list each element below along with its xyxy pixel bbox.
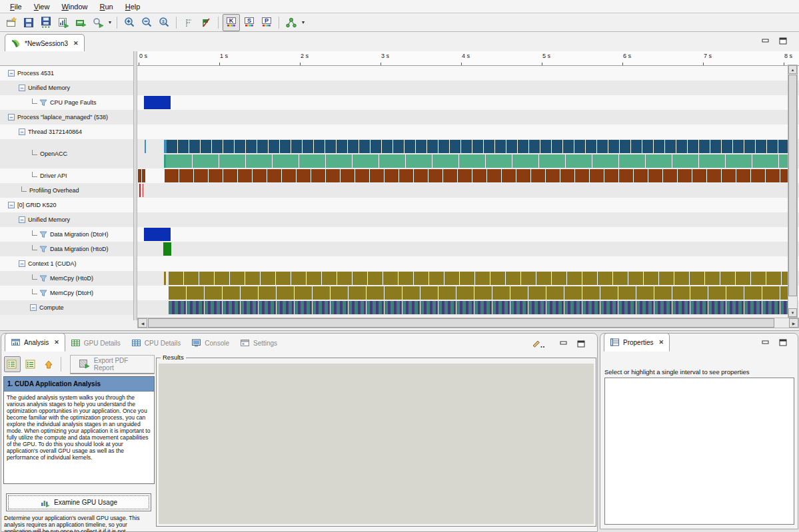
- save-all-icon[interactable]: [38, 15, 54, 31]
- tree-row-profiling-overhead[interactable]: Profiling Overhead: [0, 183, 133, 198]
- minimize-icon[interactable]: [560, 340, 568, 347]
- tab-console[interactable]: Console: [186, 334, 235, 352]
- menu-run[interactable]: Run: [94, 1, 119, 12]
- menu-help[interactable]: Help: [119, 1, 147, 12]
- horizontal-scroll-thumb[interactable]: [148, 318, 774, 328]
- unguided-analysis-icon[interactable]: [23, 357, 39, 372]
- tree-row-data-migration-dtoh[interactable]: Data Migration (DtoH): [0, 227, 133, 242]
- tree-row-unified-memory[interactable]: −Unified Memory: [0, 81, 133, 95]
- tree-row-memcpy-htod[interactable]: MemCpy (HtoD): [0, 271, 133, 286]
- maximize-icon[interactable]: [577, 340, 585, 348]
- timeline-interval[interactable]: [138, 169, 141, 182]
- collapse-toggle[interactable]: −: [30, 304, 37, 311]
- zoom-in-icon[interactable]: [121, 15, 137, 31]
- collapse-toggle[interactable]: −: [19, 260, 25, 267]
- tab-settings[interactable]: Settings: [235, 334, 283, 352]
- timeline-interval[interactable]: [163, 242, 171, 256]
- timeline-interval[interactable]: [139, 184, 141, 197]
- filter-icon[interactable]: [39, 99, 47, 107]
- scroll-left-icon[interactable]: ◀: [138, 318, 147, 328]
- filter-icon[interactable]: [39, 275, 47, 282]
- scroll-right-icon[interactable]: ▶: [789, 318, 798, 328]
- toolbar-separator: [279, 17, 279, 29]
- minimize-icon[interactable]: [762, 38, 770, 45]
- collapse-toggle[interactable]: −: [19, 85, 25, 91]
- scroll-down-icon[interactable]: ▼: [788, 308, 797, 317]
- tree-row-data-migration-htod[interactable]: Data Migration (HtoD): [0, 242, 133, 256]
- timeline-interval[interactable]: [144, 228, 171, 241]
- tree-row-openacc[interactable]: OpenACC: [0, 139, 133, 168]
- dropdown-arrow-icon[interactable]: ▼: [107, 20, 113, 25]
- filter-icon[interactable]: [39, 231, 47, 238]
- stream-mode-icon[interactable]: S: [241, 15, 257, 31]
- menu-file[interactable]: File: [4, 1, 28, 12]
- analysis-icon[interactable]: [283, 15, 299, 31]
- scroll-up-icon[interactable]: ▲: [788, 65, 797, 74]
- examine-gpu-usage-button[interactable]: Examine GPU Usage: [6, 493, 151, 511]
- dropdown-arrow-icon[interactable]: ▼: [300, 20, 307, 25]
- vertical-scrollbar[interactable]: ▲ ▼: [788, 65, 798, 318]
- prev-marker-icon[interactable]: [181, 15, 197, 31]
- filter-icon[interactable]: [39, 246, 47, 253]
- timeline-chart[interactable]: [137, 66, 799, 315]
- kernel-mode-icon[interactable]: K: [223, 14, 240, 31]
- tab-properties[interactable]: Properties ✕: [604, 333, 670, 352]
- maximize-icon[interactable]: [779, 37, 787, 45]
- tree-row-thread-3172140864[interactable]: −Thread 3172140864: [0, 125, 133, 139]
- timeline-interval[interactable]: [167, 140, 788, 153]
- minimize-icon[interactable]: [762, 340, 770, 346]
- tree-row-context-1-cuda[interactable]: −Context 1 (CUDA): [0, 256, 133, 271]
- vertical-scroll-thumb[interactable]: [788, 75, 797, 296]
- collapse-toggle[interactable]: −: [8, 114, 15, 121]
- tab-gpu-details[interactable]: GPU Details: [65, 334, 126, 352]
- tree-row-process-4531[interactable]: −Process 4531: [0, 66, 133, 81]
- menu-view[interactable]: View: [28, 1, 56, 12]
- run-analysis-icon[interactable]: [90, 15, 106, 31]
- tree-row-compute[interactable]: −Compute: [0, 300, 133, 315]
- tab-analysis[interactable]: Analysis✕: [5, 333, 65, 352]
- filter-icon[interactable]: [39, 290, 47, 297]
- process-mode-icon[interactable]: P: [259, 15, 275, 31]
- tree-row-unified-memory[interactable]: −Unified Memory: [0, 212, 133, 227]
- timeline-interval[interactable]: [169, 286, 788, 300]
- timeline-interval[interactable]: [144, 96, 171, 109]
- chart-row-process-laplace-managed-538: [137, 110, 799, 125]
- tree-row-cpu-page-faults[interactable]: CPU Page Faults: [0, 95, 133, 110]
- timeline-interval[interactable]: [164, 272, 166, 285]
- session-tab[interactable]: *NewSession3 ✕: [5, 34, 85, 52]
- timeline-interval[interactable]: [169, 301, 789, 314]
- timeline-interval[interactable]: [166, 154, 788, 168]
- horizontal-scrollbar[interactable]: ◀ ▶: [137, 318, 799, 328]
- time-ruler[interactable]: 0 s1 s2 s3 s4 s5 s6 s7 s8 s: [137, 51, 799, 66]
- export-pdf-report-button[interactable]: Export PDF Report: [70, 355, 155, 374]
- timeline-interval[interactable]: [143, 184, 144, 197]
- tab-cpu-details[interactable]: CPU Details: [126, 334, 186, 352]
- new-session-icon[interactable]: [3, 15, 19, 31]
- close-icon[interactable]: ✕: [659, 339, 664, 346]
- import-icon[interactable]: [73, 15, 89, 31]
- close-icon[interactable]: ✕: [54, 339, 59, 346]
- save-icon[interactable]: [21, 15, 37, 31]
- timeline-interval[interactable]: [142, 169, 145, 182]
- view-menu-icon[interactable]: [530, 339, 545, 348]
- zoom-out-icon[interactable]: [139, 15, 155, 31]
- guided-analysis-icon[interactable]: [4, 356, 21, 372]
- profile-application-icon[interactable]: [55, 15, 71, 31]
- collapse-toggle[interactable]: −: [19, 216, 25, 223]
- maximize-icon[interactable]: [779, 339, 787, 346]
- close-icon[interactable]: ✕: [73, 40, 79, 47]
- timeline-interval[interactable]: [165, 169, 788, 182]
- next-marker-icon[interactable]: [198, 15, 214, 31]
- zoom-fit-icon[interactable]: ±: [156, 15, 172, 31]
- collapse-all-icon[interactable]: [41, 357, 56, 372]
- tree-row-process-laplace-managed-538[interactable]: −Process "laplace_managed" (538): [0, 110, 133, 125]
- menu-window[interactable]: Window: [55, 1, 93, 12]
- timeline-interval[interactable]: [169, 272, 789, 285]
- tree-row-memcpy-dtoh[interactable]: MemCpy (DtoH): [0, 286, 133, 300]
- timeline-interval[interactable]: [145, 140, 146, 153]
- collapse-toggle[interactable]: −: [19, 129, 25, 135]
- collapse-toggle[interactable]: −: [8, 70, 15, 77]
- tree-row-0-grid-k520[interactable]: −[0] GRID K520: [0, 198, 133, 212]
- collapse-toggle[interactable]: −: [8, 202, 15, 208]
- tree-row-driver-api[interactable]: Driver API: [0, 168, 133, 183]
